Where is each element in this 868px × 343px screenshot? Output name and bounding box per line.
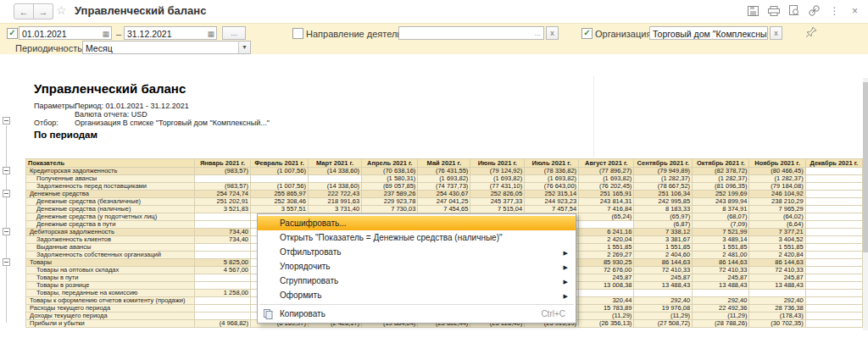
table-cell[interactable]: 13 488,43 xyxy=(634,282,693,290)
table-cell[interactable] xyxy=(805,259,862,267)
save-icon[interactable] xyxy=(747,4,760,17)
row-label[interactable]: Товары в пути xyxy=(26,274,195,282)
column-header[interactable]: Сентябрь 2021 г. xyxy=(634,159,693,168)
table-cell[interactable]: 320,44 xyxy=(579,297,634,305)
table-cell[interactable]: 7 965,29 xyxy=(749,206,805,213)
table-cell[interactable] xyxy=(805,313,862,320)
table-cell[interactable]: 2 404,60 xyxy=(634,252,693,259)
table-cell[interactable]: 3 381,67 xyxy=(634,236,693,244)
column-header[interactable]: Январь 2021 г. xyxy=(194,159,250,168)
table-cell[interactable]: 13 008,38 xyxy=(579,282,634,290)
row-label[interactable]: Товары к оформлению отчетов комитенту (п… xyxy=(26,297,195,305)
table-cell[interactable]: 8 183,33 xyxy=(634,206,693,213)
table-cell[interactable] xyxy=(805,282,862,290)
table-cell[interactable]: 245,87 xyxy=(749,274,805,282)
table-cell[interactable] xyxy=(805,175,862,183)
table-cell[interactable] xyxy=(805,198,862,206)
table-cell[interactable] xyxy=(693,290,749,297)
table-cell[interactable]: (1 007,56) xyxy=(251,168,309,175)
table-cell[interactable] xyxy=(805,183,862,191)
table-cell[interactable]: (77 896,27) xyxy=(579,168,634,175)
calendar-icon[interactable]: ▦ xyxy=(102,27,109,40)
activity-clear-button[interactable]: x xyxy=(546,26,559,40)
row-label[interactable]: Товары xyxy=(26,259,195,267)
table-cell[interactable]: 734,40 xyxy=(194,236,250,244)
column-header[interactable]: Апрель 2021 г. xyxy=(362,159,418,168)
collapse-group-button[interactable] xyxy=(3,190,10,197)
table-cell[interactable]: 255 865,97 xyxy=(251,191,309,198)
table-cell[interactable] xyxy=(805,244,862,252)
table-cell[interactable]: (76 431,55) xyxy=(418,168,470,175)
table-cell[interactable]: 7 338,12 xyxy=(634,229,693,236)
table-cell[interactable] xyxy=(805,236,862,244)
table-cell[interactable]: 734,40 xyxy=(194,229,250,236)
table-cell[interactable]: 245,87 xyxy=(693,274,749,282)
table-cell[interactable]: 251 202,91 xyxy=(194,198,250,206)
table-cell[interactable]: 254 430,67 xyxy=(418,191,470,198)
table-cell[interactable]: (1 693,82) xyxy=(470,175,525,183)
table-cell[interactable]: (6,64) xyxy=(749,221,805,229)
table-cell[interactable]: 245,87 xyxy=(579,274,634,282)
table-cell[interactable]: 245,87 xyxy=(634,274,693,282)
row-label[interactable]: Дебиторская задолженность xyxy=(26,229,195,236)
periodicity-select[interactable]: Месяц ▼ xyxy=(82,41,251,54)
table-cell[interactable]: (70 638,16) xyxy=(362,168,418,175)
table-cell[interactable]: 15 783,89 xyxy=(579,305,634,313)
collapse-section-button[interactable] xyxy=(3,117,10,124)
table-cell[interactable]: 22 492,36 xyxy=(693,305,749,313)
table-cell[interactable]: (76 643,00) xyxy=(525,183,579,191)
table-cell[interactable] xyxy=(194,252,250,259)
table-cell[interactable]: 229 923,78 xyxy=(362,198,418,206)
row-label[interactable]: Товары, переданные на комиссию xyxy=(26,290,195,297)
choose-icon[interactable]: ... xyxy=(534,27,541,39)
org-clear-button[interactable]: x xyxy=(770,26,782,40)
activity-input[interactable]: ... xyxy=(398,26,544,40)
table-cell[interactable]: 251 106,34 xyxy=(634,191,693,198)
row-label[interactable]: Полученные авансы xyxy=(26,175,195,183)
table-cell[interactable]: 243 899,94 xyxy=(693,198,749,206)
table-cell[interactable]: (26 356,13) xyxy=(579,320,634,328)
collapse-group-button[interactable] xyxy=(3,228,10,235)
table-cell[interactable] xyxy=(194,274,250,282)
table-cell[interactable]: (80 466,45) xyxy=(749,168,805,175)
table-cell[interactable]: 252 308,46 xyxy=(251,198,309,206)
row-label[interactable]: Кредиторская задолженность xyxy=(26,168,195,175)
table-cell[interactable]: (65,24) xyxy=(579,213,634,221)
table-cell[interactable]: 86 144,63 xyxy=(693,259,749,267)
table-cell[interactable] xyxy=(805,290,862,297)
column-header[interactable]: Май 2021 г. xyxy=(418,159,470,168)
row-label[interactable]: Выданные авансы xyxy=(26,244,195,252)
row-label[interactable]: Денежные средства xyxy=(26,191,195,198)
table-cell[interactable] xyxy=(579,290,634,297)
table-cell[interactable]: (1 282,37) xyxy=(634,175,693,183)
table-cell[interactable]: 1 551,85 xyxy=(579,244,634,252)
menu-item[interactable]: Открыть "Показатель = Денежные средства … xyxy=(258,230,576,245)
table-cell[interactable]: 3 557,51 xyxy=(251,206,309,213)
table-cell[interactable]: 7 521,99 xyxy=(693,229,749,236)
table-cell[interactable] xyxy=(194,305,250,313)
table-cell[interactable] xyxy=(805,305,862,313)
calendar-icon[interactable]: ▦ xyxy=(207,27,214,40)
table-cell[interactable]: 292,40 xyxy=(693,297,749,305)
table-cell[interactable] xyxy=(805,297,862,305)
table-cell[interactable]: 292,40 xyxy=(634,297,693,305)
table-cell[interactable]: 7 457,54 xyxy=(525,206,579,213)
table-cell[interactable]: (64,02) xyxy=(749,213,805,221)
scrollbar-thumb[interactable] xyxy=(863,82,868,252)
table-cell[interactable]: 1 551,85 xyxy=(749,244,805,252)
table-cell[interactable]: (76 202,45) xyxy=(579,183,634,191)
table-cell[interactable]: (1 693,82) xyxy=(418,175,470,183)
chevron-down-icon[interactable]: ▼ xyxy=(238,41,250,53)
table-cell[interactable]: 72 410,33 xyxy=(749,267,805,274)
menu-item[interactable]: Отфильтровать▶ xyxy=(258,245,576,259)
pin-icon[interactable] xyxy=(805,26,817,41)
favorite-star-icon[interactable]: ☆ xyxy=(56,3,67,17)
row-label[interactable]: Доходы текущего периода xyxy=(26,313,195,320)
table-cell[interactable]: 222 722,43 xyxy=(308,191,361,198)
table-cell[interactable]: 3 731,40 xyxy=(308,206,361,213)
table-cell[interactable]: 3 489,14 xyxy=(693,236,749,244)
table-cell[interactable]: (82 378,72) xyxy=(693,168,749,175)
table-cell[interactable]: 28 736,38 xyxy=(749,305,805,313)
table-cell[interactable]: (78 336,82) xyxy=(525,168,579,175)
table-cell[interactable]: 1 551,85 xyxy=(693,244,749,252)
